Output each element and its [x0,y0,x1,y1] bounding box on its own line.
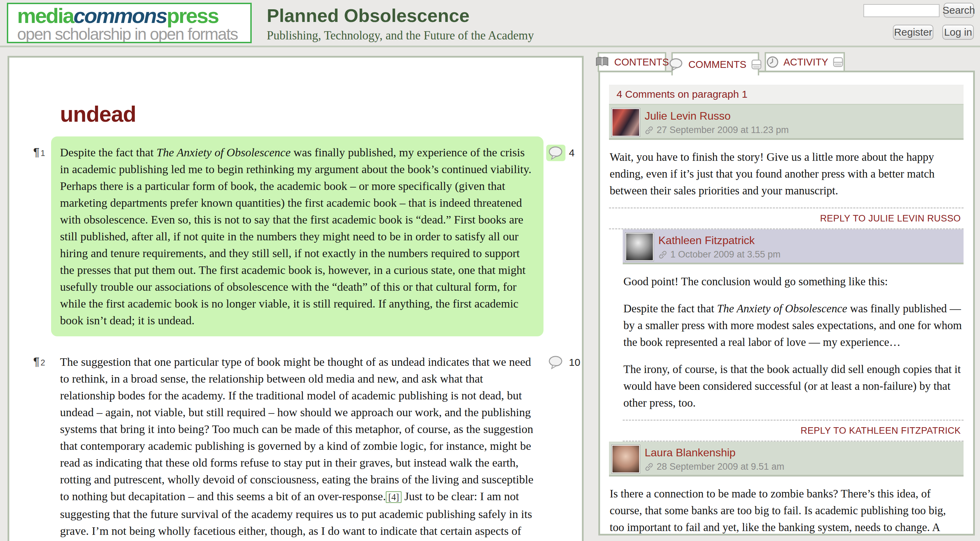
paragraph-number: 2 [40,358,45,367]
comments-count-heading: 4 Comments on paragraph 1 [609,85,964,105]
text-segment: Wait, you have to finish the story! Give… [610,151,935,197]
italic-book-title: The Anxiety of Obsolescence [717,302,847,315]
comment-count: 4 [569,147,575,159]
clock-icon [766,56,779,68]
page-title[interactable]: Planned Obsolescence [267,5,534,26]
text-segment: Is there a connection to be made to zomb… [610,487,946,536]
comment-icon [669,58,683,71]
comment-body: Good point! The conclusion would go some… [623,264,964,420]
logo-word-media: media [17,4,73,27]
book-icon [595,56,609,68]
comment-date: 28 September 2009 at 9.51 am [657,461,784,472]
comment-permalink[interactable]: 28 September 2009 at 9.51 am [644,461,784,472]
comments-panel: 4 Comments on paragraph 1 Julie Levin Ru… [598,71,975,536]
comment-bubble-icon[interactable] [546,145,565,161]
login-button[interactable]: Log in [942,25,974,40]
comment-bubble-icon[interactable] [546,354,565,371]
comment-count-bubble[interactable]: 4 [546,145,575,161]
header-divider [0,46,980,47]
comment-permalink[interactable]: 1 October 2009 at 3.55 pm [659,249,780,260]
search-button[interactable]: Search [943,3,974,18]
link-icon[interactable] [644,463,654,471]
page-subtitle: Publishing, Technology, and the Future o… [267,29,534,43]
tab-comments[interactable]: COMMENTS [671,52,759,75]
comments-panel-inner: 4 Comments on paragraph 1 Julie Levin Ru… [609,85,964,536]
paragraph-number: 1 [40,148,45,158]
comment-date: 1 October 2009 at 3.55 pm [670,249,780,260]
footnote-marker[interactable]: [4] [386,491,401,503]
comment-date: 27 September 2009 at 11.23 pm [657,125,789,135]
avatar [625,233,654,261]
paragraph-list: ¶1Despite the fact that The Anxiety of O… [9,137,582,541]
logo-word-press: press [167,4,218,27]
text-segment: was finally published, my experience of … [60,146,531,327]
text-segment: The suggestion that one particular type … [60,355,533,503]
comment-paragraph: The irony, of course, is that the book a… [624,361,962,411]
site-logo[interactable]: mediacommonspress open scholarship in op… [7,3,252,43]
paragraph-text: The suggestion that one particular type … [51,346,544,541]
text-segment: Despite the fact that [624,302,717,315]
comment-paragraph: Despite the fact that The Anxiety of Obs… [624,300,962,351]
reply-row: REPLY TO JULIE LEVIN RUSSO [609,207,964,229]
italic-book-title: The Anxiety of Obsolescence [156,146,290,159]
comment-body: Is there a connection to be made to zomb… [609,477,964,536]
document-panel: undead ¶1Despite the fact that The Anxie… [8,56,584,541]
comment-paragraph: Wait, you have to finish the story! Give… [610,149,962,199]
article-title: undead [60,102,582,127]
logo-wordmark: mediacommonspress [17,5,250,26]
comment-body: Wait, you have to finish the story! Give… [609,140,964,207]
comment-author-link[interactable]: Julie Levin Russo [644,110,731,123]
avatar [612,445,640,473]
logo-word-commons: commons [73,4,167,27]
comment-author-link[interactable]: Laura Blankenship [644,446,735,459]
paragraph-text: Despite the fact that The Anxiety of Obs… [51,137,544,336]
comment: Kathleen Fitzpatrick1 October 2009 at 3.… [623,229,964,442]
comment-paragraph: Good point! The conclusion would go some… [624,273,962,290]
comment-list: Julie Levin Russo27 September 2009 at 11… [609,105,964,536]
text-segment: Despite the fact that [60,146,156,159]
link-icon[interactable] [659,250,667,259]
tab-activity-label: ACTIVITY [784,57,829,68]
paragraph-row: ¶2The suggestion that one particular typ… [51,346,544,541]
avatar [612,108,640,137]
tab-comments-label: COMMENTS [688,59,746,70]
reply-row: REPLY TO KATHLEEN FITZPATRICK [623,420,964,442]
register-button[interactable]: Register [893,25,933,40]
panel-toggle-icon[interactable] [751,59,762,70]
search-input[interactable] [864,4,940,17]
text-segment: Good point! The conclusion would go some… [624,275,888,288]
text-segment: The irony, of course, is that the book a… [624,363,961,409]
paragraph-marker[interactable]: ¶2 [33,355,45,368]
tab-contents-label: CONTENTS [614,57,669,68]
comment-count-bubble[interactable]: 10 [546,354,580,371]
tab-activity[interactable]: ACTIVITY [765,52,845,72]
comment-count: 10 [569,356,580,368]
comment: Laura Blankenship28 September 2009 at 9.… [609,442,964,536]
comment-header: Laura Blankenship28 September 2009 at 9.… [609,442,964,477]
page: { "colors": { "accent_maroon": "#8b2121"… [0,0,980,541]
comment-header: Julie Levin Russo27 September 2009 at 11… [609,105,964,140]
paragraph-marker[interactable]: ¶1 [33,145,45,159]
paragraph-row: ¶1Despite the fact that The Anxiety of O… [51,137,544,336]
comment-header: Kathleen Fitzpatrick1 October 2009 at 3.… [623,229,964,264]
link-icon[interactable] [644,126,654,135]
reply-link[interactable]: REPLY TO JULIE LEVIN RUSSO [820,213,961,224]
comment-paragraph: Is there a connection to be made to zomb… [610,485,962,536]
comment-author-link[interactable]: Kathleen Fitzpatrick [659,234,755,247]
comment-permalink[interactable]: 27 September 2009 at 11.23 pm [644,125,789,135]
comment: Julie Levin Russo27 September 2009 at 11… [609,105,964,229]
logo-tagline: open scholarship in open formats [17,26,250,43]
tab-contents[interactable]: CONTENTS [598,52,666,72]
panel-toggle-icon[interactable] [833,57,843,67]
reply-link[interactable]: REPLY TO KATHLEEN FITZPATRICK [801,425,961,436]
site-title-block: Planned Obsolescence Publishing, Technol… [267,5,534,43]
